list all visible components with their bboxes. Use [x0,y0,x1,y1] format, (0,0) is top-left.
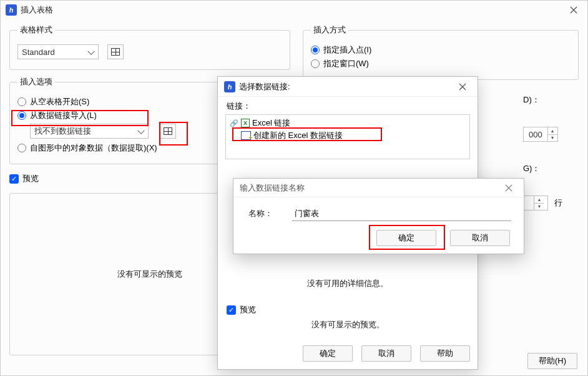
datalink-select[interactable]: 找不到数据链接 [30,124,149,139]
link-section-label: 链接： [218,97,478,113]
method-point-row[interactable]: 指定插入点(I) [311,44,571,56]
ok-button[interactable]: 确定 [303,345,353,362]
checkbox-checked-icon [227,305,236,315]
datalink-launch-button[interactable] [160,124,176,139]
help-button[interactable]: 帮助(H) [527,353,577,369]
partial-value-row: 000 ▴▾ [523,127,562,142]
help-button[interactable]: 帮助 [420,345,470,362]
link-list[interactable]: 🔗 X Excel 链接 创建新的 Excel 数据链接 [225,114,470,159]
link-chain-icon: 🔗 [230,119,238,127]
name-label: 名称： [248,208,292,219]
titlebar: h 插入表格 [1,1,587,19]
opt-datalink-label: 从数据链接导入(L) [30,110,97,121]
radio-selected-icon [17,111,26,120]
preview-empty-text: 没有可显示的预览 [117,269,182,280]
dialog-title: 选择数据链接: [239,81,454,92]
opt-extract-label: 自图形中的对象数据（数据提取)(X) [30,142,157,154]
d2-preview-label: 预览 [240,304,256,315]
method-window-label: 指定窗口(W) [323,58,369,69]
method-window-row[interactable]: 指定窗口(W) [311,58,571,69]
table-style-legend: 表格样式 [17,24,55,36]
ok-label: 确定 [398,232,414,244]
d2-preview-empty-text: 没有可显示的预览。 [218,319,478,330]
method-point-label: 指定插入点(I) [323,44,371,56]
excel-icon: X [241,119,250,127]
insert-options-legend: 插入选项 [17,76,55,87]
close-icon[interactable] [454,81,471,93]
create-datalink-item[interactable]: 创建新的 Excel 数据链接 [241,130,466,141]
table-style-value: Standard [22,47,55,57]
spinner-icon[interactable]: ▴▾ [547,127,557,141]
name-input[interactable] [292,206,511,221]
app-icon: h [6,4,17,16]
partial-row-g: G)： [523,163,562,174]
close-icon[interactable] [565,4,582,16]
opt-empty-label: 从空表格开始(S) [30,96,89,107]
style-row: Standard [17,44,282,59]
insert-method-legend: 插入方式 [311,24,348,36]
app-icon: h [224,81,235,92]
radio-selected-icon [311,46,320,54]
unit-label: 行 [554,197,562,209]
cancel-button[interactable]: 取消 [450,230,510,246]
checkbox-checked-icon [9,174,19,184]
main-footer: 帮助(H) [527,353,577,369]
dialog-title: 插入表格 [21,4,565,16]
radio-icon [17,97,26,106]
radio-icon [17,144,26,152]
dialog-title: 输入数据链接名称 [240,182,500,194]
d2-preview-toggle[interactable]: 预览 [227,304,469,315]
ok-button[interactable]: 确定 [376,230,436,246]
d3-footer: 确定 取消 [233,221,524,246]
table-style-select[interactable]: Standard [17,44,99,59]
partial-label-g: G)： [523,163,540,174]
table-grid-icon [164,127,172,135]
create-datalink-label: 创建新的 Excel 数据链接 [253,130,343,141]
cancel-label: 取消 [472,232,488,244]
radio-icon [311,59,320,68]
preview-toggle-label: 预览 [22,173,39,184]
cancel-label: 取消 [378,348,394,359]
partial-label-d: D)： [523,94,540,106]
numeric-field[interactable]: 000 ▴▾ [523,127,558,142]
table-style-group: 表格样式 Standard [9,24,290,70]
numeric-field[interactable]: ▴▾ [523,195,548,210]
details-area: 没有可用的详细信息。 [225,274,470,289]
name-row: 名称： [233,197,524,221]
datalink-select-value: 找不到数据链接 [34,126,91,137]
table-grid-icon [111,48,120,56]
ok-label: 确定 [320,348,336,359]
partial-unit-row: ▴▾ 行 [523,195,562,210]
details-empty-text: 没有可用的详细信息。 [307,278,388,289]
insert-method-group: 插入方式 指定插入点(I) 指定窗口(W) [303,24,579,80]
d2-footer: 确定 取消 帮助 [218,340,478,369]
numeric-value: 000 [524,130,547,139]
titlebar: h 选择数据链接: [218,77,478,97]
table-add-icon [241,131,251,140]
right-partial-panel: D)： 000 ▴▾ G)： ▴▾ 行 [523,92,562,213]
close-icon[interactable] [500,182,517,194]
help-button-label: 帮助(H) [539,355,566,367]
titlebar: 输入数据链接名称 [233,179,524,197]
partial-row-d: D)： [523,94,562,106]
enter-link-name-dialog: 输入数据链接名称 名称： 确定 取消 [233,178,524,254]
table-style-launch-button[interactable] [107,44,124,59]
help-label: 帮助 [437,348,453,359]
link-root-label: Excel 链接 [252,117,290,129]
spinner-icon[interactable]: ▴▾ [534,196,544,210]
cancel-button[interactable]: 取消 [361,345,411,362]
link-root-item[interactable]: 🔗 X Excel 链接 [230,117,466,129]
